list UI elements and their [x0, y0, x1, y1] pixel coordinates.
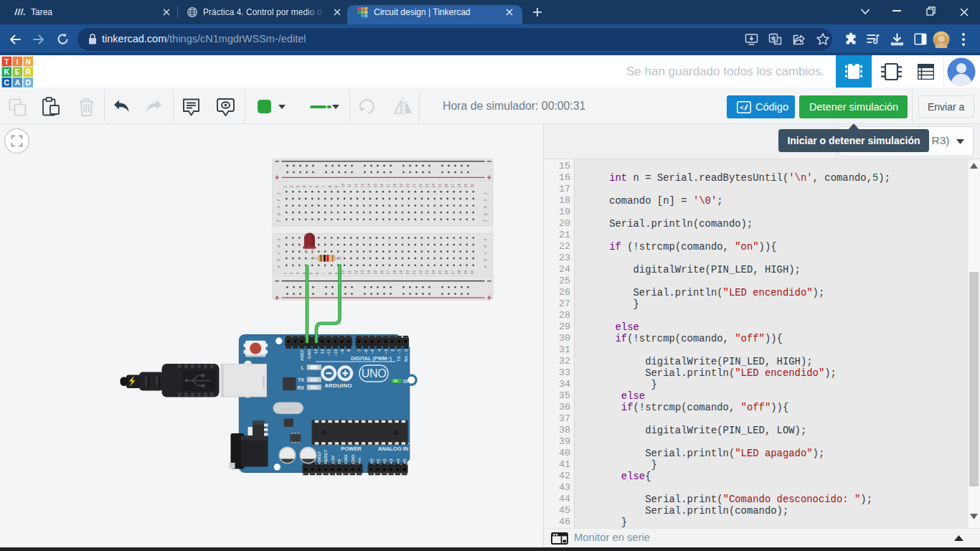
svg-text:24: 24 [431, 184, 435, 188]
svg-text:26: 26 [444, 270, 448, 275]
svg-text:1: 1 [283, 273, 287, 275]
svg-text:3: 3 [296, 273, 300, 275]
svg-text:26: 26 [444, 184, 448, 188]
svg-text:19: 19 [399, 184, 403, 188]
svg-text:6: 6 [315, 273, 319, 275]
svg-text:22: 22 [418, 184, 423, 188]
svg-text:~10: ~10 [333, 349, 338, 357]
svg-text:22: 22 [418, 270, 423, 275]
svg-text:2: 2 [289, 273, 293, 275]
svg-text:16: 16 [380, 270, 384, 275]
svg-text:5: 5 [308, 186, 313, 188]
svg-text:A2: A2 [382, 458, 387, 464]
svg-text:A3: A3 [388, 458, 393, 464]
svg-text:28: 28 [457, 270, 461, 275]
svg-text:RESET: RESET [323, 450, 328, 465]
svg-text:I: I [17, 57, 19, 66]
svg-text:5: 5 [308, 273, 313, 275]
svg-text:13: 13 [360, 270, 364, 275]
svg-text:GND: GND [343, 454, 348, 464]
svg-text:21: 21 [412, 270, 416, 275]
svg-text:ARDUINO: ARDUINO [324, 382, 352, 389]
svg-text:e: e [275, 238, 281, 240]
svg-text:RX←0: RX←0 [403, 349, 408, 362]
svg-text:6: 6 [315, 186, 319, 188]
svg-text:e: e [482, 238, 487, 240]
svg-text:9: 9 [334, 186, 339, 188]
svg-text:17: 17 [386, 270, 390, 275]
svg-text:Vin: Vin [357, 458, 362, 465]
svg-text:29: 29 [463, 184, 468, 188]
svg-text:11: 11 [347, 270, 352, 274]
svg-text:28: 28 [457, 184, 461, 188]
svg-text:i: i [482, 199, 487, 201]
svg-text:16: 16 [380, 184, 384, 188]
svg-text:h: h [275, 206, 281, 208]
svg-text:K: K [4, 67, 10, 76]
svg-text:11: 11 [347, 184, 352, 187]
svg-text:13: 13 [360, 184, 364, 188]
svg-text:3.3V: 3.3V [330, 455, 335, 464]
svg-text:18: 18 [392, 270, 397, 275]
svg-text:ON: ON [403, 379, 410, 384]
svg-text:25: 25 [438, 184, 442, 188]
svg-text:~11: ~11 [326, 349, 331, 357]
svg-text:10: 10 [341, 184, 345, 188]
svg-text:j: j [482, 192, 487, 194]
svg-text:D: D [26, 78, 32, 87]
svg-text:29: 29 [463, 270, 468, 275]
svg-text:27: 27 [451, 270, 455, 275]
svg-text:30: 30 [470, 184, 474, 188]
svg-text:13: 13 [313, 349, 318, 354]
svg-text:7: 7 [321, 186, 326, 188]
svg-text:18: 18 [392, 184, 397, 188]
svg-text:14: 14 [367, 184, 371, 188]
svg-text:8: 8 [328, 186, 332, 188]
svg-text:T: T [4, 57, 9, 66]
svg-text:j: j [275, 192, 281, 194]
svg-text:i: i [275, 199, 281, 201]
svg-text:2: 2 [289, 186, 293, 188]
svg-text:ANALOG IN: ANALOG IN [378, 446, 409, 452]
svg-text:A1: A1 [375, 458, 380, 464]
svg-text:3: 3 [296, 186, 300, 188]
svg-text:14: 14 [367, 270, 371, 275]
svg-text:12: 12 [354, 184, 358, 188]
svg-text:A: A [15, 78, 21, 87]
svg-text:8: 8 [328, 273, 332, 275]
svg-text:7: 7 [321, 273, 326, 275]
svg-text:27: 27 [451, 184, 455, 188]
svg-text:5V: 5V [336, 458, 341, 464]
svg-text:17: 17 [386, 184, 390, 188]
svg-text:4: 4 [302, 186, 306, 188]
svg-text:GND: GND [306, 349, 311, 359]
svg-text:TX: TX [298, 377, 304, 382]
svg-text:IOREF: IOREF [316, 451, 321, 464]
svg-text:15: 15 [373, 184, 377, 188]
svg-text:R: R [26, 67, 32, 76]
svg-text:25: 25 [438, 270, 442, 275]
svg-text:c: c [275, 252, 281, 254]
svg-text:20: 20 [405, 184, 410, 188]
svg-text:30: 30 [470, 270, 474, 275]
svg-text:AREF: AREF [299, 349, 304, 361]
svg-text:15: 15 [373, 270, 377, 275]
svg-text:A5: A5 [402, 458, 407, 464]
svg-text:21: 21 [412, 184, 416, 188]
svg-text:DIGITAL (PWM~): DIGITAL (PWM~) [351, 355, 392, 362]
svg-text:1: 1 [283, 186, 287, 188]
svg-text:a: a [482, 265, 487, 268]
svg-text:20: 20 [405, 270, 410, 275]
svg-text:E: E [15, 67, 20, 76]
svg-text:POWER: POWER [341, 446, 362, 452]
svg-text:23: 23 [425, 270, 429, 275]
svg-text:A4: A4 [395, 458, 400, 464]
svg-text:24: 24 [431, 270, 435, 275]
svg-text:~5: ~5 [369, 349, 374, 354]
svg-text:UNO: UNO [362, 367, 387, 380]
svg-text:C: C [4, 78, 10, 87]
svg-text:TX→1: TX→1 [396, 349, 401, 362]
svg-text:10: 10 [341, 270, 345, 275]
svg-text:GND: GND [350, 454, 355, 464]
svg-text:~9: ~9 [339, 349, 344, 354]
